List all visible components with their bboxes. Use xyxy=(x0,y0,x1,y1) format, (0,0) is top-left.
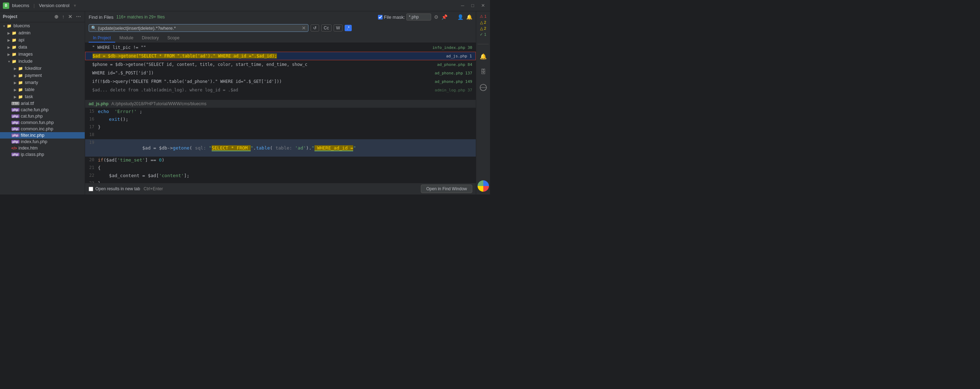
code-with-me-icon[interactable] xyxy=(478,83,488,92)
tab-in-project[interactable]: In Project xyxy=(89,34,115,43)
search-input[interactable] xyxy=(98,25,300,31)
sidebar-item-images[interactable]: ▶ 📁 images xyxy=(0,51,85,58)
sidebar-item-smarty[interactable]: ▶ 📁 smarty xyxy=(0,79,85,86)
sidebar-item-index-fun[interactable]: ▶ php index.fun.php xyxy=(0,138,85,145)
sidebar-title: Project xyxy=(3,14,18,19)
result-filename-selected: ad_js.php 1 xyxy=(446,54,472,59)
result-item-selected[interactable]: $ad = $db->getone("SELECT * FROM ".table… xyxy=(85,52,476,60)
sidebar-item-index-htm[interactable]: ▶ </> index.htm xyxy=(0,145,85,151)
regex-button[interactable]: .* xyxy=(345,25,352,31)
sidebar-item-payment[interactable]: ▶ 📁 payment xyxy=(0,72,85,79)
admin-label: admin xyxy=(18,30,30,35)
result-item[interactable]: WHERE id=".$_POST['id']) ad_phone.php 13… xyxy=(85,69,476,77)
code-line-20: 20 if($ad['time_set'] == 0) xyxy=(85,157,476,164)
images-label: images xyxy=(18,52,33,57)
app-logo: B xyxy=(3,3,9,9)
top-bar: B bluecms | Version control ▾ ─ □ ✕ xyxy=(0,0,490,11)
sidebar-close-icon[interactable]: ✕ xyxy=(67,13,73,20)
tab-directory[interactable]: Directory xyxy=(138,34,163,43)
tab-module[interactable]: Module xyxy=(115,34,138,43)
fckeditor-label: fckeditor xyxy=(25,66,41,71)
clear-search-icon[interactable]: ✕ xyxy=(302,25,306,31)
sidebar-actions[interactable]: ⊕ ↑ ✕ ⋯ xyxy=(53,13,82,20)
result-item[interactable]: if(!$db->query("DELETE FROM ".table('ad_… xyxy=(85,77,476,86)
result-code: " WHERE lit_pic != "" xyxy=(92,45,432,50)
result-item[interactable]: " WHERE lit_pic != "" info_index.php 30 xyxy=(85,43,476,52)
data-folder-icon: 📁 xyxy=(11,44,17,50)
right-side-panel: ⚠ 1 △ 2 △ 2 ✓ 1 🔔 🗄 xyxy=(476,11,490,195)
warning-indicator: △ 2 xyxy=(480,20,486,25)
case-sensitive-button[interactable]: Cc xyxy=(321,24,331,32)
bell-icon[interactable]: 🔔 xyxy=(466,14,472,20)
preview-header: ad_js.php A:/phpstudy2018/PHPTutorial/WW… xyxy=(85,100,476,108)
preview-filename: ad_js.php xyxy=(89,101,108,106)
open-tab-area: Open results in new tab xyxy=(89,186,140,191)
sidebar-item-common-inc[interactable]: ▶ php common.inc.php xyxy=(0,126,85,132)
ip-class-label: ip.class.php xyxy=(21,152,44,157)
sidebar-collapse-icon[interactable]: ↑ xyxy=(61,13,65,20)
sidebar-item-ip-class[interactable]: ▶ php ip.class.php xyxy=(0,151,85,158)
whole-word-button[interactable]: W xyxy=(334,24,342,32)
refresh-button[interactable]: ↺ xyxy=(310,24,319,32)
window-minimize[interactable]: ─ xyxy=(461,3,464,8)
database-icon[interactable]: 🗄 xyxy=(478,67,488,77)
window-maximize[interactable]: □ xyxy=(471,3,474,8)
app-name: bluecms xyxy=(12,3,29,8)
sidebar-item-common-fun[interactable]: ▶ php common.fun.php xyxy=(0,119,85,126)
result-code: if(!$db->query("DELETE FROM ".table('ad_… xyxy=(92,79,435,84)
open-find-window-button[interactable]: Open in Find Window xyxy=(421,184,472,193)
result-code: $phone = $db->getone("SELECT id, content… xyxy=(92,62,437,67)
smarty-label: smarty xyxy=(25,80,38,85)
sidebar-locate-icon[interactable]: ⊕ xyxy=(53,13,60,20)
result-item[interactable]: $phone = $db->getone("SELECT id, content… xyxy=(85,60,476,69)
sidebar-item-api[interactable]: ▶ 📁 api xyxy=(0,37,85,44)
jetbrains-logo xyxy=(477,180,489,192)
code-line-23: 23 } xyxy=(85,180,476,183)
search-icon: 🔍 xyxy=(91,25,96,30)
include-folder-icon: 📁 xyxy=(11,59,17,64)
sidebar-item-admin[interactable]: ▶ 📁 admin xyxy=(0,29,85,37)
sidebar-item-table[interactable]: ▶ 📁 table xyxy=(0,86,85,93)
version-control-label[interactable]: Version control xyxy=(39,3,70,8)
sidebar-item-task[interactable]: ▶ 📁 task xyxy=(0,93,85,100)
index-htm-label: index.htm xyxy=(18,146,38,151)
sidebar-menu-icon[interactable]: ⋯ xyxy=(75,13,82,20)
result-item[interactable]: $ad... delete from .table(admin_log). wh… xyxy=(85,86,476,94)
window-close[interactable]: ✕ xyxy=(481,3,485,8)
sidebar-item-arial[interactable]: ▶ TTF arial.ttf xyxy=(0,100,85,106)
root-label: bluecms xyxy=(13,23,30,29)
sidebar-item-fckeditor[interactable]: ▶ 📁 fckeditor xyxy=(0,65,85,72)
data-label: data xyxy=(18,44,27,49)
pin-icon[interactable]: 📌 xyxy=(441,14,447,20)
find-search-row: 🔍 ✕ ↺ Cc W .* xyxy=(85,23,476,34)
find-title: Find in Files xyxy=(89,14,113,20)
file-mask-checkbox[interactable] xyxy=(378,15,383,19)
arial-label: arial.ttf xyxy=(21,101,34,106)
project-sidebar: Project ⊕ ↑ ✕ ⋯ ▾ 📁 bluecms ▶ 📁 admin xyxy=(0,11,85,195)
sidebar-item-cat[interactable]: ▶ php cat.fun.php xyxy=(0,113,85,119)
sidebar-item-data[interactable]: ▶ 📁 data xyxy=(0,44,85,51)
open-tab-checkbox[interactable] xyxy=(89,187,93,191)
tree-root[interactable]: ▾ 📁 bluecms xyxy=(0,22,85,29)
file-mask-input[interactable] xyxy=(406,13,431,21)
result-code: WHERE id=".$_POST['id']) xyxy=(92,70,435,75)
smarty-folder-icon: 📁 xyxy=(18,80,24,86)
file-mask-area: File mask: xyxy=(378,13,431,21)
common-inc-label: common.inc.php xyxy=(21,127,54,132)
match-count: 116+ matches in 29+ files xyxy=(116,14,165,19)
sidebar-item-cache[interactable]: ▶ php cache.fun.php xyxy=(0,106,85,113)
results-list: " WHERE lit_pic != "" info_index.php 30 … xyxy=(85,43,476,100)
preview-area: ad_js.php A:/phpstudy2018/PHPTutorial/WW… xyxy=(85,100,476,183)
preview-path: A:/phpstudy2018/PHPTutorial/WWW/cms/blue… xyxy=(111,101,206,106)
sidebar-item-filter[interactable]: ▶ php filter.inc.php xyxy=(0,132,85,138)
code-viewer: 15 echo 'Error!' ; 16 exit(); 17 } xyxy=(85,108,476,183)
code-line-21: 21 { xyxy=(85,164,476,172)
person-icon[interactable]: 👤 xyxy=(457,14,463,20)
search-box[interactable]: 🔍 ✕ xyxy=(89,24,309,32)
tab-scope[interactable]: Scope xyxy=(163,34,184,43)
sidebar-item-include[interactable]: ▾ 📁 include xyxy=(0,58,85,65)
api-label: api xyxy=(18,38,24,43)
result-filename: ad_phone.php 149 xyxy=(435,79,472,84)
notification-icon[interactable]: 🔔 xyxy=(478,51,488,61)
filter-icon[interactable]: ⚙ xyxy=(434,14,439,20)
